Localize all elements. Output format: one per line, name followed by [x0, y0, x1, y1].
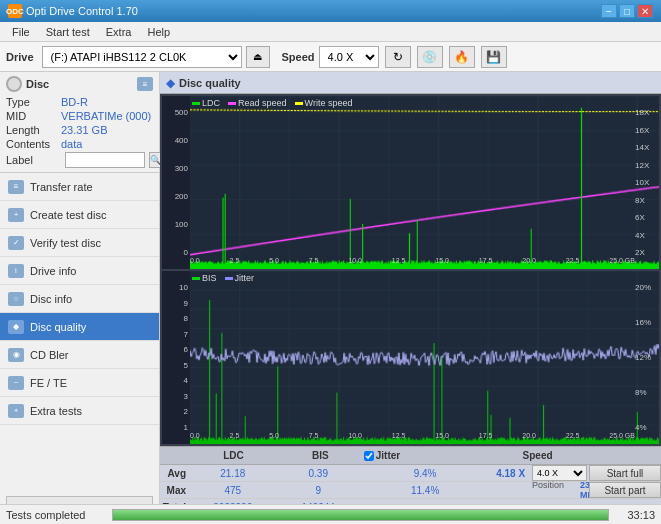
chart1-yr-5: 8X — [635, 196, 659, 205]
ldc-color — [192, 102, 200, 105]
chart2-x-0: 0.0 — [190, 432, 200, 444]
disc-label-label: Label — [6, 154, 61, 166]
transfer-rate-icon: ≡ — [8, 180, 24, 194]
chart1-yr-2: 14X — [635, 143, 659, 152]
disc-info-icon: ○ — [8, 292, 24, 306]
quality-title-icon: ◆ — [166, 76, 175, 90]
disc-quality-icon: ◆ — [8, 320, 24, 334]
speed-result-select[interactable]: 4.0 X — [532, 465, 587, 481]
chart2-y-9: 1 — [162, 423, 188, 432]
refresh-button[interactable]: ↻ — [385, 46, 411, 68]
disc-label-input[interactable] — [65, 152, 145, 168]
menu-file[interactable]: File — [4, 24, 38, 40]
chart1-x-8: 20.0 — [522, 257, 536, 269]
start-part-button[interactable]: Start part — [589, 482, 661, 498]
drive-select[interactable]: (F:) ATAPI iHBS112 2 CL0K — [42, 46, 242, 68]
app-icon: ODC — [8, 4, 22, 18]
chart2-yr-2: 12% — [635, 353, 659, 362]
app-title: Opti Drive Control 1.70 — [26, 5, 138, 17]
type-label: Type — [6, 96, 61, 108]
sidebar-item-disc-quality[interactable]: ◆ Disc quality — [0, 313, 159, 341]
jitter-checkbox[interactable] — [364, 451, 374, 461]
chart1-legend: LDC Read speed Write speed — [192, 98, 352, 108]
stats-avg-jitter: 9.4% — [361, 468, 489, 479]
chart2-yr-1: 16% — [635, 318, 659, 327]
quality-title: Disc quality — [179, 77, 241, 89]
sidebar-item-create-test-disc[interactable]: + Create test disc — [0, 201, 159, 229]
contents-label: Contents — [6, 138, 61, 150]
legend-ldc: LDC — [192, 98, 220, 108]
drive-label: Drive — [6, 51, 34, 63]
chart1-x-2: 5.0 — [269, 257, 279, 269]
maximize-button[interactable]: □ — [619, 4, 635, 18]
chart1-yr-4: 10X — [635, 178, 659, 187]
eject-button[interactable]: ⏏ — [246, 46, 270, 68]
sidebar-item-transfer-rate[interactable]: ≡ Transfer rate — [0, 173, 159, 201]
stats-max-bis: 9 — [276, 485, 362, 496]
status-bar: Tests completed 33:13 — [0, 504, 661, 524]
contents-value: data — [61, 138, 82, 150]
speed-select[interactable]: 4.0 X — [319, 46, 379, 68]
sidebar-item-disc-info[interactable]: ○ Disc info — [0, 285, 159, 313]
stats-h-jitter-check: Jitter — [364, 450, 494, 461]
close-button[interactable]: ✕ — [637, 4, 653, 18]
sidebar-item-drive-info[interactable]: i Drive info — [0, 257, 159, 285]
menu-start-test[interactable]: Start test — [38, 24, 98, 40]
chart2-x-4: 10.0 — [348, 432, 362, 444]
sidebar-item-fe-te[interactable]: ~ FE / TE — [0, 369, 159, 397]
chart2-yr-3: 8% — [635, 388, 659, 397]
stats-max-jitter: 11.4% — [361, 485, 489, 496]
save-button[interactable]: 💾 — [481, 46, 507, 68]
disc-options-button[interactable]: ≡ — [137, 77, 153, 91]
chart1-canvas — [190, 96, 659, 269]
sidebar-item-cd-bler[interactable]: ◉ CD Bler — [0, 341, 159, 369]
chart1-x-10: 25.0 GB — [609, 257, 635, 269]
stats-avg-bis: 0.39 — [276, 468, 362, 479]
verify-test-disc-icon: ✓ — [8, 236, 24, 250]
chart2-x-9: 22.5 — [566, 432, 580, 444]
write-speed-color — [295, 102, 303, 105]
sidebar-item-extra-tests[interactable]: + Extra tests — [0, 397, 159, 425]
chart2-y-6: 4 — [162, 376, 188, 385]
menu-extra[interactable]: Extra — [98, 24, 140, 40]
chart1-x-1: 2.5 — [230, 257, 240, 269]
disc-icon-button[interactable]: 💿 — [417, 46, 443, 68]
legend-read-speed: Read speed — [228, 98, 287, 108]
chart1-container: 500 400 300 200 100 0 18X 16X 14X 12X 10… — [162, 96, 659, 269]
menu-help[interactable]: Help — [139, 24, 178, 40]
chart1-yr-8: 2X — [635, 248, 659, 257]
chart1-yr-0: 18X — [635, 108, 659, 117]
status-text: Tests completed — [6, 509, 106, 521]
speed-label: Speed — [282, 51, 315, 63]
burn-button[interactable]: 🔥 — [449, 46, 475, 68]
jitter-color — [225, 277, 233, 280]
start-full-button[interactable]: Start full — [589, 465, 661, 481]
disc-panel: Disc ≡ Type BD-R MID VERBATIMe (000) Len… — [0, 72, 159, 173]
chart1-y-label-3: 200 — [162, 192, 188, 201]
sidebar-item-verify-test-disc[interactable]: ✓ Verify test disc — [0, 229, 159, 257]
content-area: ◆ Disc quality 500 400 300 200 100 0 18X — [160, 72, 661, 524]
chart2-x-5: 12.5 — [392, 432, 406, 444]
chart1-yr-7: 4X — [635, 231, 659, 240]
menu-bar: File Start test Extra Help — [0, 22, 661, 42]
chart1-x-3: 7.5 — [309, 257, 319, 269]
stats-h-speed: Speed — [494, 450, 581, 461]
chart2-x-2: 5.0 — [269, 432, 279, 444]
chart2-y-2: 8 — [162, 314, 188, 323]
quality-header: ◆ Disc quality — [160, 72, 661, 94]
chart1-y-label-1: 400 — [162, 136, 188, 145]
drive-toolbar: Drive (F:) ATAPI iHBS112 2 CL0K ⏏ Speed … — [0, 42, 661, 72]
stats-row-max: Max 475 9 11.4% Position 23862 MB Start … — [160, 482, 661, 499]
position-label: Position — [532, 480, 580, 500]
length-label: Length — [6, 124, 61, 136]
sidebar: Disc ≡ Type BD-R MID VERBATIMe (000) Len… — [0, 72, 160, 524]
chart1-y-label-4: 100 — [162, 220, 188, 229]
chart2-container: 10 9 8 7 6 5 4 3 2 1 20% 16% 12% 8% — [162, 271, 659, 444]
chart2-x-10: 25.0 GB — [609, 432, 635, 444]
minimize-button[interactable]: − — [601, 4, 617, 18]
chart1-x-5: 12.5 — [392, 257, 406, 269]
chart2-y-8: 2 — [162, 407, 188, 416]
jitter-check-label: Jitter — [376, 450, 400, 461]
chart2-yr-4: 4% — [635, 423, 659, 432]
chart1-x-4: 10.0 — [348, 257, 362, 269]
